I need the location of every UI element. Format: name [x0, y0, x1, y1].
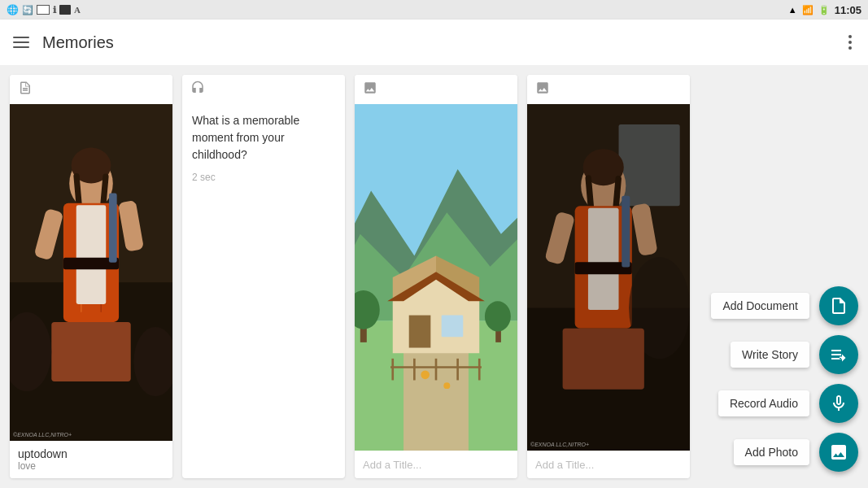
add-photo-button[interactable] — [819, 433, 858, 472]
sync-icon: 🔄 — [22, 5, 33, 15]
overflow-dot-3 — [848, 46, 852, 50]
card-3-type-icon — [363, 81, 377, 98]
card-1-info: uptodown love — [10, 441, 172, 478]
memory-card-4[interactable]: ©EXNOA LLC,NITRO+ Add a Title... — [527, 75, 690, 478]
app-title: Memories — [42, 33, 114, 52]
fab-row-record-audio: Record Audio — [728, 384, 858, 423]
globe-icon: 🌐 — [7, 4, 19, 15]
card-4-title-area: Add a Title... — [527, 451, 690, 478]
hamburger-line-3 — [13, 46, 29, 48]
status-bar-left-icons: 🌐 🔄 ℹ A — [7, 4, 81, 15]
main-content: ©EXNOA LLC,NITRO+ uptodown love What is … — [0, 65, 868, 488]
app-bar-left: Memories — [13, 33, 114, 52]
card-3-icon-bar — [355, 75, 517, 104]
add-document-button[interactable] — [819, 286, 858, 325]
anime-char-svg-1 — [10, 104, 172, 441]
svg-point-38 — [421, 370, 430, 379]
watermark-4: ©EXNOA LLC,NITRO+ — [530, 442, 589, 447]
record-audio-button[interactable] — [819, 384, 858, 423]
card-4-image: ©EXNOA LLC,NITRO+ — [527, 104, 690, 451]
signal-icon: 📶 — [802, 5, 813, 15]
app-bar: Memories — [0, 20, 868, 65]
memory-card-2[interactable]: What is a memorable moment from your chi… — [182, 75, 345, 478]
svg-rect-9 — [76, 205, 107, 304]
write-story-button[interactable] — [819, 335, 858, 374]
status-time: 11:05 — [835, 4, 861, 16]
card-4-type-icon — [535, 81, 550, 98]
svg-rect-55 — [527, 104, 690, 451]
svg-rect-14 — [51, 322, 130, 381]
hamburger-line-1 — [13, 37, 29, 38]
wifi-icon: ▲ — [788, 5, 797, 15]
fab-row-write-story: Write Story — [728, 335, 858, 374]
watermark-1: ©EXNOA LLC,NITRO+ — [13, 432, 72, 438]
story-icon — [829, 345, 848, 364]
card-1-title: uptodown — [18, 447, 164, 460]
record-audio-label: Record Audio — [718, 390, 809, 416]
svg-rect-13 — [109, 194, 117, 263]
card-3-image — [355, 104, 517, 451]
overflow-menu-button[interactable] — [845, 32, 855, 53]
status-bar-right-icons: ▲ 📶 🔋 11:05 — [788, 4, 861, 16]
hamburger-menu-button[interactable] — [13, 37, 29, 48]
battery-icon: 🔋 — [818, 5, 830, 15]
memory-card-1[interactable]: ©EXNOA LLC,NITRO+ uptodown love — [10, 75, 172, 478]
svg-point-39 — [443, 382, 450, 389]
card-2-story-time: 2 sec — [192, 172, 335, 183]
card-1-icon-bar — [10, 75, 172, 104]
photo-icon — [829, 442, 848, 462]
svg-rect-26 — [409, 316, 431, 348]
overflow-dot-1 — [848, 35, 852, 38]
anime-char-svg-2 — [527, 104, 690, 451]
fab-row-add-document: Add Document — [728, 286, 858, 325]
card-3-title-area: Add a Title... — [355, 451, 517, 478]
document-icon — [829, 296, 848, 316]
card-4-icon-bar — [527, 75, 690, 104]
card-4-title-placeholder: Add a Title... — [535, 459, 594, 471]
card-2-type-icon — [190, 81, 205, 98]
fab-area: Add Document Write Story Record Audio — [728, 75, 858, 478]
write-story-label: Write Story — [731, 342, 809, 368]
card-1-subtitle: love — [18, 460, 164, 472]
svg-rect-27 — [442, 316, 464, 338]
mic-icon — [829, 394, 848, 413]
overflow-dot-2 — [848, 41, 852, 44]
card-2-icon-bar — [182, 75, 345, 104]
status-bar: 🌐 🔄 ℹ A ▲ 📶 🔋 11:05 — [0, 0, 868, 20]
fab-row-add-photo: Add Photo — [728, 433, 858, 472]
memory-card-3[interactable]: Add a Title... — [355, 75, 517, 478]
black-box-icon — [59, 5, 71, 15]
card-1-image: ©EXNOA LLC,NITRO+ — [10, 104, 172, 441]
village-svg — [355, 104, 517, 451]
hamburger-line-2 — [13, 41, 29, 43]
card-2-story-text: What is a memorable moment from your chi… — [192, 112, 335, 163]
card-3-title-placeholder: Add a Title... — [363, 459, 421, 471]
a-icon: A — [74, 5, 81, 15]
svg-point-31 — [485, 301, 511, 331]
white-box-icon — [37, 5, 50, 15]
card-1-type-icon — [18, 81, 33, 98]
info-icon: ℹ — [53, 5, 56, 15]
add-photo-label: Add Photo — [734, 439, 809, 465]
card-2-story-content: What is a memorable moment from your chi… — [182, 104, 345, 478]
add-document-label: Add Document — [711, 293, 809, 319]
